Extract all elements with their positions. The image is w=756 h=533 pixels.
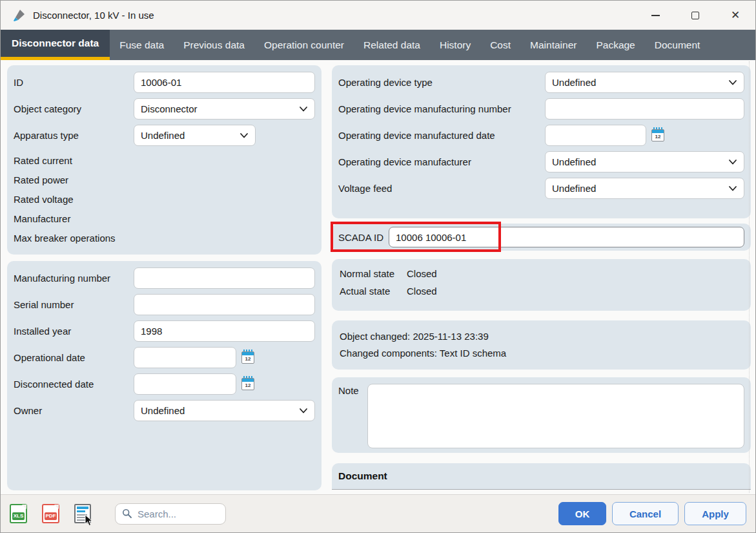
field-owner: Owner Undefined bbox=[14, 400, 315, 421]
change-info-panel: Object changed: 2025-11-13 23:39 Changed… bbox=[332, 320, 751, 370]
id-input[interactable] bbox=[134, 72, 315, 93]
close-button[interactable]: ✕ bbox=[715, 1, 755, 30]
field-operating-device-manufacturer: Operating device manufacturer Undefined bbox=[338, 151, 744, 172]
manufacturing-number-label: Manufacturing number bbox=[14, 273, 134, 284]
dialog-actions: OK Cancel Apply bbox=[558, 502, 746, 525]
max-breaker-operations-label: Max breaker operations bbox=[14, 229, 315, 248]
report-button[interactable] bbox=[74, 504, 91, 523]
normal-state-value: Closed bbox=[407, 268, 437, 279]
apply-button[interactable]: Apply bbox=[684, 502, 746, 525]
apparatus-type-select[interactable]: Undefined bbox=[134, 125, 256, 146]
operational-date-input[interactable] bbox=[134, 347, 236, 368]
tab-disconnector-data[interactable]: Disconnector data bbox=[1, 30, 110, 60]
tab-package[interactable]: Package bbox=[586, 30, 644, 60]
field-voltage-feed: Voltage feed Undefined bbox=[338, 178, 744, 199]
field-id: ID bbox=[14, 72, 315, 93]
field-operating-device-type: Operating device type Undefined bbox=[338, 72, 744, 93]
maximize-icon bbox=[691, 12, 699, 19]
document-section-title: Document bbox=[338, 470, 387, 482]
serial-number-label: Serial number bbox=[14, 299, 134, 310]
tab-related-data[interactable]: Related data bbox=[354, 30, 430, 60]
tab-previous-data[interactable]: Previous data bbox=[174, 30, 254, 60]
search-icon bbox=[122, 508, 132, 519]
search-input[interactable] bbox=[138, 508, 219, 519]
maximize-button[interactable] bbox=[675, 1, 715, 30]
voltage-feed-value: Undefined bbox=[552, 183, 596, 194]
chevron-down-icon bbox=[240, 132, 249, 139]
calendar-icon[interactable]: 12 bbox=[241, 378, 254, 390]
tab-fuse-data[interactable]: Fuse data bbox=[110, 30, 174, 60]
object-category-select[interactable]: Disconnector bbox=[134, 98, 315, 120]
owner-label: Owner bbox=[14, 405, 134, 416]
calendar-icon[interactable]: 12 bbox=[241, 351, 254, 364]
object-category-label: Object category bbox=[14, 103, 134, 114]
voltage-feed-select[interactable]: Undefined bbox=[545, 178, 744, 199]
operating-device-manufacturer-select[interactable]: Undefined bbox=[545, 151, 744, 172]
owner-select[interactable]: Undefined bbox=[134, 400, 315, 421]
mouse-cursor-icon bbox=[85, 514, 95, 527]
tab-history[interactable]: History bbox=[430, 30, 480, 60]
ok-button[interactable]: OK bbox=[558, 502, 606, 525]
operating-device-manufacturing-number-input[interactable] bbox=[545, 98, 744, 120]
manufacturer-label: Manufacturer bbox=[14, 209, 315, 229]
disconnected-date-input[interactable] bbox=[134, 373, 236, 395]
rated-current-label: Rated current bbox=[14, 151, 315, 171]
normal-state-label: Normal state bbox=[340, 268, 407, 279]
operating-device-type-select[interactable]: Undefined bbox=[545, 72, 744, 93]
scada-panel: SCADA ID bbox=[332, 224, 751, 251]
owner-value: Undefined bbox=[141, 405, 185, 416]
tab-cost[interactable]: Cost bbox=[480, 30, 520, 60]
left-column: ID Object category Disconnector Apparatu… bbox=[7, 65, 322, 494]
bottom-toolbar: XLS PDF OK Cancel Apply bbox=[1, 494, 755, 532]
minimize-button[interactable] bbox=[635, 1, 675, 30]
apparatus-type-value: Undefined bbox=[141, 130, 185, 141]
page-fold bbox=[54, 505, 59, 509]
chevron-down-icon bbox=[728, 185, 737, 192]
field-disconnected-date: Disconnected date 12 bbox=[14, 373, 315, 395]
installed-year-label: Installed year bbox=[14, 326, 134, 337]
disconnector-dialog-window: Disconnector, 10 kV - In use ✕ Disconnec… bbox=[0, 0, 756, 533]
operating-device-manufactured-date-input[interactable] bbox=[545, 125, 646, 146]
field-serial-number: Serial number bbox=[14, 294, 315, 315]
field-operating-device-manufacturing-number: Operating device manufacturing number bbox=[338, 98, 744, 120]
chevron-down-icon bbox=[299, 408, 308, 414]
tab-maintainer[interactable]: Maintainer bbox=[520, 30, 586, 60]
document-section-panel: Document bbox=[332, 463, 751, 490]
window-title: Disconnector, 10 kV - In use bbox=[33, 10, 154, 21]
scada-id-label: SCADA ID bbox=[338, 232, 383, 243]
page-fold bbox=[22, 505, 26, 509]
installed-year-input[interactable] bbox=[134, 320, 315, 342]
note-textarea[interactable] bbox=[367, 384, 744, 448]
xls-icon: XLS bbox=[12, 512, 25, 520]
title-bar: Disconnector, 10 kV - In use ✕ bbox=[1, 1, 755, 30]
calendar-icon[interactable]: 12 bbox=[651, 129, 664, 141]
rated-power-label: Rated power bbox=[14, 171, 315, 190]
field-installed-year: Installed year bbox=[14, 320, 315, 342]
scada-id-input[interactable] bbox=[389, 227, 744, 247]
operating-device-type-value: Undefined bbox=[552, 77, 596, 88]
export-xls-button[interactable]: XLS bbox=[10, 504, 27, 523]
tab-operation-counter[interactable]: Operation counter bbox=[254, 30, 354, 60]
actual-state-label: Actual state bbox=[340, 286, 407, 297]
tab-bar: Disconnector data Fuse data Previous dat… bbox=[1, 30, 755, 60]
manufacturing-number-input[interactable] bbox=[134, 267, 315, 289]
search-box bbox=[115, 503, 226, 525]
object-changed-text: Object changed: 2025-11-13 23:39 bbox=[340, 328, 743, 345]
cancel-button[interactable]: Cancel bbox=[612, 502, 679, 525]
actual-state-value: Closed bbox=[407, 286, 437, 297]
field-apparatus-type: Apparatus type Undefined bbox=[14, 125, 315, 146]
close-icon: ✕ bbox=[731, 10, 740, 21]
serial-number-input[interactable] bbox=[134, 294, 315, 315]
export-pdf-button[interactable]: PDF bbox=[42, 504, 59, 523]
chevron-down-icon bbox=[299, 106, 308, 112]
scroll-gutter bbox=[749, 61, 750, 493]
right-column: Operating device type Undefined Operatin… bbox=[332, 65, 751, 494]
field-operational-date: Operational date 12 bbox=[14, 347, 315, 368]
operating-device-panel: Operating device type Undefined Operatin… bbox=[332, 65, 751, 218]
tab-document[interactable]: Document bbox=[645, 30, 710, 60]
minimize-icon bbox=[651, 15, 660, 16]
note-label: Note bbox=[338, 384, 367, 396]
chevron-down-icon bbox=[728, 79, 737, 86]
pdf-icon: PDF bbox=[45, 512, 57, 520]
normal-state-row: Normal state Closed bbox=[340, 268, 743, 279]
